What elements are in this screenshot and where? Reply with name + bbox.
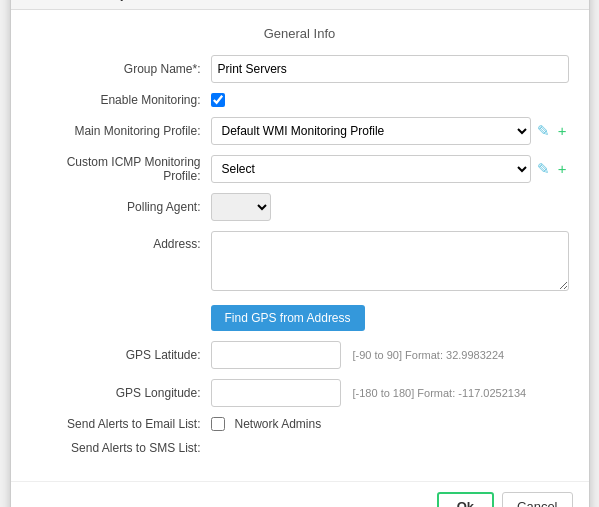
gps-longitude-input[interactable]	[211, 379, 341, 407]
section-title: General Info	[31, 26, 569, 41]
enable-monitoring-label: Enable Monitoring:	[31, 93, 211, 107]
dialog-title: Add WMI Group	[23, 0, 129, 1]
group-name-input[interactable]	[211, 55, 569, 83]
gps-latitude-row: GPS Latitude: [-90 to 90] Format: 32.998…	[31, 341, 569, 369]
enable-monitoring-control	[211, 93, 569, 107]
group-name-label: Group Name*:	[31, 62, 211, 76]
send-alerts-email-control: Network Admins	[211, 417, 569, 431]
custom-icmp-add-button[interactable]: +	[556, 161, 569, 176]
ok-button[interactable]: Ok	[437, 492, 494, 508]
dialog-body: General Info Group Name*: Enable Monitor…	[11, 10, 589, 481]
gps-latitude-label: GPS Latitude:	[31, 348, 211, 362]
gps-latitude-input[interactable]	[211, 341, 341, 369]
polling-agent-control	[211, 193, 569, 221]
dialog-header: Add WMI Group ✕	[11, 0, 589, 10]
address-label: Address:	[31, 231, 211, 251]
polling-agent-select[interactable]	[211, 193, 271, 221]
custom-icmp-label: Custom ICMP Monitoring Profile:	[31, 155, 211, 183]
address-control	[211, 231, 569, 291]
custom-icmp-control: Select ✎ +	[211, 155, 569, 183]
main-monitoring-profile-select[interactable]: Default WMI Monitoring Profile	[211, 117, 531, 145]
send-alerts-email-checkbox-label: Network Admins	[235, 417, 322, 431]
address-textarea[interactable]	[211, 231, 569, 291]
main-monitoring-profile-label: Main Monitoring Profile:	[31, 124, 211, 138]
main-monitoring-profile-add-button[interactable]: +	[556, 123, 569, 138]
gps-longitude-hint: [-180 to 180] Format: -117.0252134	[353, 387, 527, 399]
custom-icmp-row: Custom ICMP Monitoring Profile: Select ✎…	[31, 155, 569, 183]
send-alerts-email-label: Send Alerts to Email List:	[31, 417, 211, 431]
add-wmi-group-dialog: Add WMI Group ✕ General Info Group Name*…	[10, 0, 590, 507]
custom-icmp-select[interactable]: Select	[211, 155, 531, 183]
close-button[interactable]: ✕	[564, 0, 577, 1]
gps-longitude-row: GPS Longitude: [-180 to 180] Format: -11…	[31, 379, 569, 407]
gps-latitude-hint: [-90 to 90] Format: 32.9983224	[353, 349, 505, 361]
find-gps-control: Find GPS from Address	[211, 301, 569, 331]
send-alerts-sms-label: Send Alerts to SMS List:	[31, 441, 211, 455]
group-name-control	[211, 55, 569, 83]
gps-longitude-label: GPS Longitude:	[31, 386, 211, 400]
send-alerts-email-row: Send Alerts to Email List: Network Admin…	[31, 417, 569, 431]
group-name-row: Group Name*:	[31, 55, 569, 83]
send-alerts-sms-row: Send Alerts to SMS List:	[31, 441, 569, 455]
cancel-button[interactable]: Cancel	[502, 492, 572, 508]
send-alerts-email-checkbox[interactable]	[211, 417, 225, 431]
custom-icmp-edit-button[interactable]: ✎	[535, 161, 552, 176]
main-monitoring-profile-control: Default WMI Monitoring Profile ✎ +	[211, 117, 569, 145]
polling-agent-label: Polling Agent:	[31, 200, 211, 214]
polling-agent-row: Polling Agent:	[31, 193, 569, 221]
main-monitoring-profile-row: Main Monitoring Profile: Default WMI Mon…	[31, 117, 569, 145]
dialog-footer: Ok Cancel	[11, 481, 589, 508]
find-gps-button[interactable]: Find GPS from Address	[211, 305, 365, 331]
gps-latitude-control: [-90 to 90] Format: 32.9983224	[211, 341, 569, 369]
find-gps-row: Find GPS from Address	[31, 301, 569, 331]
address-row: Address:	[31, 231, 569, 291]
gps-longitude-control: [-180 to 180] Format: -117.0252134	[211, 379, 569, 407]
main-monitoring-profile-edit-button[interactable]: ✎	[535, 123, 552, 138]
enable-monitoring-checkbox[interactable]	[211, 93, 225, 107]
enable-monitoring-row: Enable Monitoring:	[31, 93, 569, 107]
